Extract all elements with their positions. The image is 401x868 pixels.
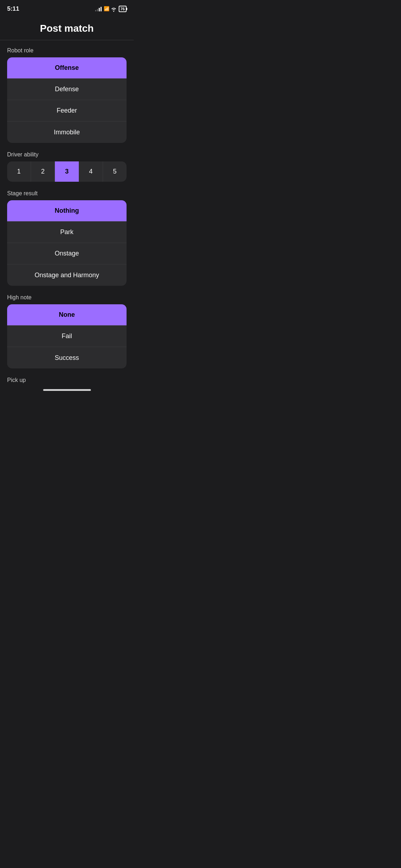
driver-ability-label: Driver ability — [7, 151, 127, 158]
high-note-group: None Fail Success — [7, 304, 127, 368]
wifi-icon: 📶 — [104, 6, 117, 11]
driver-ability-5[interactable]: 5 — [103, 161, 127, 182]
robot-role-group: Offense Defense Feeder Immobile — [7, 57, 127, 143]
pick-up-label: Pick up — [0, 377, 134, 386]
driver-ability-4[interactable]: 4 — [79, 161, 103, 182]
status-icons: 📶 76 — [95, 6, 127, 12]
robot-role-label: Robot role — [7, 47, 127, 54]
stage-result-onstage[interactable]: Onstage — [7, 243, 127, 264]
battery-icon: 76 — [119, 6, 127, 12]
driver-ability-group: 1 2 3 4 5 — [7, 161, 127, 182]
robot-role-offense[interactable]: Offense — [7, 57, 127, 79]
title-divider — [0, 40, 134, 40]
signal-icon — [95, 6, 102, 11]
high-note-success[interactable]: Success — [7, 347, 127, 368]
robot-role-defense[interactable]: Defense — [7, 79, 127, 100]
driver-ability-1[interactable]: 1 — [7, 161, 31, 182]
driver-ability-2[interactable]: 2 — [31, 161, 55, 182]
status-bar: 5:11 📶 76 — [0, 0, 134, 16]
home-indicator — [43, 389, 91, 391]
stage-result-onstage-harmony[interactable]: Onstage and Harmony — [7, 264, 127, 286]
stage-result-label: Stage result — [7, 190, 127, 197]
robot-role-immobile[interactable]: Immobile — [7, 122, 127, 143]
status-time: 5:11 — [7, 5, 19, 12]
high-note-label: High note — [7, 294, 127, 301]
main-content: Robot role Offense Defense Feeder Immobi… — [0, 47, 134, 368]
stage-result-group: Nothing Park Onstage Onstage and Harmony — [7, 200, 127, 286]
high-note-fail[interactable]: Fail — [7, 326, 127, 347]
bottom-bar — [0, 386, 134, 395]
high-note-none[interactable]: None — [7, 304, 127, 326]
driver-ability-3[interactable]: 3 — [55, 161, 79, 182]
stage-result-park[interactable]: Park — [7, 222, 127, 243]
stage-result-nothing[interactable]: Nothing — [7, 200, 127, 222]
page-title: Post match — [0, 16, 134, 40]
robot-role-feeder[interactable]: Feeder — [7, 100, 127, 122]
